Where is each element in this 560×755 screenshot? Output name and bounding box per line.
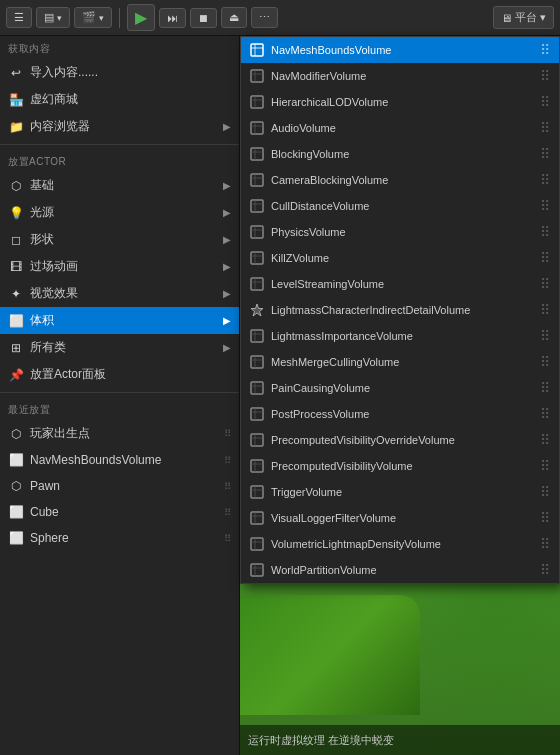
eject-button[interactable]: ⏏ bbox=[221, 7, 247, 28]
section-recent: 最近放置 bbox=[0, 397, 239, 420]
recent-navmesh-label: NavMeshBoundsVolume bbox=[30, 453, 161, 467]
submenu-dots: ⠿ bbox=[540, 172, 551, 188]
place-actor-panel-item[interactable]: 📌 放置Actor面板 bbox=[0, 361, 239, 388]
svg-rect-40 bbox=[251, 408, 263, 420]
visual-item[interactable]: ✦ 视觉效果 ▶ bbox=[0, 280, 239, 307]
visual-label: 视觉效果 bbox=[30, 285, 78, 302]
svg-marker-30 bbox=[251, 304, 263, 316]
volume-submenu-item-13[interactable]: PainCausingVolume⠿ bbox=[241, 375, 559, 401]
volume-submenu-item-9[interactable]: LevelStreamingVolume⠿ bbox=[241, 271, 559, 297]
submenu-dots: ⠿ bbox=[540, 120, 551, 136]
browser-label: 内容浏览器 bbox=[30, 118, 90, 135]
svg-rect-46 bbox=[251, 460, 263, 472]
all-arrow: ▶ bbox=[223, 342, 231, 353]
submenu-dots: ⠿ bbox=[540, 328, 551, 344]
volume-submenu-label: NavModifierVolume bbox=[271, 70, 366, 82]
shape-arrow: ▶ bbox=[223, 234, 231, 245]
menu-button[interactable]: ☰ bbox=[6, 7, 32, 28]
volume-submenu-label: PrecomputedVisibilityVolume bbox=[271, 460, 413, 472]
terrain-deco bbox=[240, 595, 420, 715]
toolbar-right: 🖥 平台 ▾ bbox=[493, 6, 554, 29]
volume-submenu-item-15[interactable]: PrecomputedVisibilityOverrideVolume⠿ bbox=[241, 427, 559, 453]
cube-icon: ⬜ bbox=[8, 504, 24, 520]
volume-submenu-label: CullDistanceVolume bbox=[271, 200, 369, 212]
volume-submenu-label: LightmassImportanceVolume bbox=[271, 330, 413, 342]
cube-drag: ⠿ bbox=[224, 507, 231, 518]
volume-submenu-item-3[interactable]: AudioVolume⠿ bbox=[241, 115, 559, 141]
volume-submenu-item-10[interactable]: LightmassCharacterIndirectDetailVolume⠿ bbox=[241, 297, 559, 323]
cinematic-item[interactable]: 🎞 过场动画 ▶ bbox=[0, 253, 239, 280]
volume-submenu-item-8[interactable]: KillZVolume⠿ bbox=[241, 245, 559, 271]
dropdown-icon2: ▾ bbox=[99, 13, 104, 23]
place-actor-icon: 📌 bbox=[8, 367, 24, 383]
shape-item[interactable]: ◻ 形状 ▶ bbox=[0, 226, 239, 253]
mode-button[interactable]: ▤ ▾ bbox=[36, 7, 70, 28]
volume-submenu-label: PainCausingVolume bbox=[271, 382, 370, 394]
basic-item[interactable]: ⬡ 基础 ▶ bbox=[0, 172, 239, 199]
volume-submenu-item-11[interactable]: LightmassImportanceVolume⠿ bbox=[241, 323, 559, 349]
light-item[interactable]: 💡 光源 ▶ bbox=[0, 199, 239, 226]
cinematics-button[interactable]: 🎬 ▾ bbox=[74, 7, 112, 28]
platform-button[interactable]: 🖥 平台 ▾ bbox=[493, 6, 554, 29]
recent-spawn-item[interactable]: ⬡ 玩家出生点 ⠿ bbox=[0, 420, 239, 447]
volume-submenu-item-20[interactable]: WorldPartitionVolume⠿ bbox=[241, 557, 559, 583]
browser-item[interactable]: 📁 内容浏览器 ▶ bbox=[0, 113, 239, 140]
volume-submenu-icon bbox=[249, 302, 265, 318]
shape-label: 形状 bbox=[30, 231, 54, 248]
recent-sphere-item[interactable]: ⬜ Sphere ⠿ bbox=[0, 525, 239, 551]
volume-submenu-item-12[interactable]: MeshMergeCullingVolume⠿ bbox=[241, 349, 559, 375]
volume-submenu-item-5[interactable]: CameraBlockingVolume⠿ bbox=[241, 167, 559, 193]
volume-submenu-item-2[interactable]: HierarchicalLODVolume⠿ bbox=[241, 89, 559, 115]
cinematic-icon: 🎞 bbox=[8, 259, 24, 275]
navmesh-drag: ⠿ bbox=[224, 455, 231, 466]
divider1 bbox=[0, 144, 239, 145]
submenu-dots: ⠿ bbox=[540, 536, 551, 552]
volume-submenu-item-0[interactable]: NavMeshBoundsVolume⠿ bbox=[241, 37, 559, 63]
volume-submenu-item-19[interactable]: VolumetricLightmapDensityVolume⠿ bbox=[241, 531, 559, 557]
recent-pawn-item[interactable]: ⬡ Pawn ⠿ bbox=[0, 473, 239, 499]
volume-submenu-icon bbox=[249, 94, 265, 110]
import-content-item[interactable]: ↩ 导入内容...... bbox=[0, 59, 239, 86]
place-actor-panel-label: 放置Actor面板 bbox=[30, 366, 106, 383]
film-icon: 🎬 bbox=[82, 11, 96, 24]
volume-submenu-item-1[interactable]: NavModifierVolume⠿ bbox=[241, 63, 559, 89]
shape-icon: ◻ bbox=[8, 232, 24, 248]
more-button[interactable]: ⋯ bbox=[251, 7, 278, 28]
basic-label: 基础 bbox=[30, 177, 54, 194]
spawn-drag: ⠿ bbox=[224, 428, 231, 439]
submenu-dots: ⠿ bbox=[540, 354, 551, 370]
volume-submenu-icon bbox=[249, 562, 265, 578]
volume-submenu-icon bbox=[249, 120, 265, 136]
recent-cube-item[interactable]: ⬜ Cube ⠿ bbox=[0, 499, 239, 525]
volume-submenu-item-14[interactable]: PostProcessVolume⠿ bbox=[241, 401, 559, 427]
cinematic-label: 过场动画 bbox=[30, 258, 78, 275]
viewport-status-bar: 运行时虚拟纹理 在逆境中蜕变 bbox=[240, 725, 560, 755]
store-item[interactable]: 🏪 虚幻商城 bbox=[0, 86, 239, 113]
menu-icon: ☰ bbox=[14, 11, 24, 24]
volume-submenu-item-17[interactable]: TriggerVolume⠿ bbox=[241, 479, 559, 505]
browser-icon: 📁 bbox=[8, 119, 24, 135]
left-panel: 获取内容 ↩ 导入内容...... 🏪 虚幻商城 📁 内容浏览器 ▶ 放置ACT… bbox=[0, 36, 240, 755]
volume-submenu-item-18[interactable]: VisualLoggerFilterVolume⠿ bbox=[241, 505, 559, 531]
pawn-icon: ⬡ bbox=[8, 478, 24, 494]
step-button[interactable]: ⏭ bbox=[159, 8, 186, 28]
volume-submenu-item-7[interactable]: PhysicsVolume⠿ bbox=[241, 219, 559, 245]
play-button[interactable]: ▶ bbox=[127, 4, 155, 31]
submenu-dots: ⠿ bbox=[540, 458, 551, 474]
volume-submenu-item-16[interactable]: PrecomputedVisibilityVolume⠿ bbox=[241, 453, 559, 479]
svg-rect-43 bbox=[251, 434, 263, 446]
recent-navmesh-item[interactable]: ⬜ NavMeshBoundsVolume ⠿ bbox=[0, 447, 239, 473]
mode-icon: ▤ bbox=[44, 11, 54, 24]
volume-item[interactable]: ⬜ 体积 ▶ bbox=[0, 307, 239, 334]
all-item[interactable]: ⊞ 所有类 ▶ bbox=[0, 334, 239, 361]
svg-rect-52 bbox=[251, 512, 263, 524]
stop-button[interactable]: ⏹ bbox=[190, 8, 217, 28]
submenu-dots: ⠿ bbox=[540, 380, 551, 396]
viewport-status-text: 运行时虚拟纹理 在逆境中蜕变 bbox=[248, 733, 394, 748]
toolbar-sep1 bbox=[119, 8, 120, 28]
visual-arrow: ▶ bbox=[223, 288, 231, 299]
svg-rect-34 bbox=[251, 356, 263, 368]
volume-submenu-item-6[interactable]: CullDistanceVolume⠿ bbox=[241, 193, 559, 219]
platform-label: 平台 ▾ bbox=[515, 10, 546, 25]
volume-submenu-item-4[interactable]: BlockingVolume⠿ bbox=[241, 141, 559, 167]
